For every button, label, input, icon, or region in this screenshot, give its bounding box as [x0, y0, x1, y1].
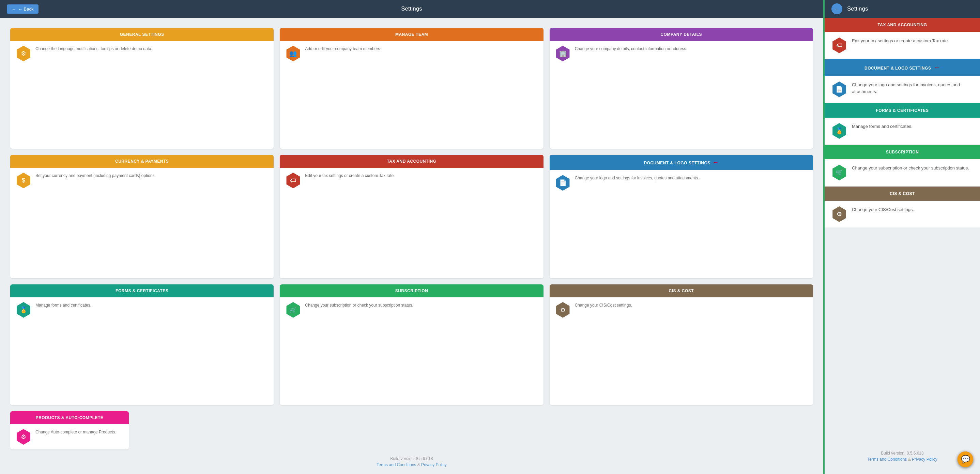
subscription-body: 🛒 Change your subscription or check your… [280, 297, 543, 322]
right-page-title: Settings [847, 5, 868, 12]
right-forms-certificates-icon-wrap: 🏅 [831, 123, 847, 139]
manage-team-icon: 👥 [285, 46, 301, 61]
right-cis-cost-header[interactable]: CIS & COST [825, 187, 980, 201]
general-settings-header[interactable]: GENERAL SETTINGS [10, 28, 274, 41]
currency-payments-card[interactable]: CURRENCY & PAYMENTS $ Set your currency … [10, 155, 274, 278]
right-back-button[interactable]: ← [831, 3, 842, 14]
products-description: Change Auto-complete or manage Products. [35, 429, 116, 435]
right-forms-certificates-icon: 🏅 [831, 123, 847, 139]
products-autocomplete-body: ⚙ Change Auto-complete or manage Product… [10, 424, 129, 450]
currency-payments-header[interactable]: CURRENCY & PAYMENTS [10, 155, 274, 168]
right-forms-certificates-section[interactable]: FORMS & CERTIFICATES 🏅 Manage forms and … [825, 103, 980, 144]
right-subscription-description: Change your subscription or check your s… [852, 165, 969, 172]
right-build-version: Build version: 8.5.6.618 [830, 451, 975, 456]
tax-accounting-card[interactable]: TAX AND ACCOUNTING 🏷 Edit your tax setti… [280, 155, 543, 278]
subscription-icon: 🛒 [285, 302, 301, 318]
right-cis-cost-icon-wrap: ⚙ [831, 206, 847, 222]
right-top-bar: ← Settings [825, 0, 980, 18]
cis-cost-card[interactable]: CIS & COST ⚙ Change your CIS/Cost settin… [550, 284, 813, 405]
right-tax-accounting-icon: 🏷 [831, 38, 847, 53]
manage-team-body: 👥 Add or edit your company team members [280, 41, 543, 66]
cis-cost-body: ⚙ Change your CIS/Cost settings. [550, 297, 813, 322]
forms-certificates-description: Manage forms and certificates. [35, 302, 91, 308]
manage-team-description: Add or edit your company team members [305, 46, 380, 52]
build-version: Build version: 8.5.6.618 [10, 456, 813, 461]
currency-payments-body: $ Set your currency and payment (includi… [10, 168, 274, 193]
right-footer: Build version: 8.5.6.618 Terms and Condi… [825, 445, 980, 467]
terms-link[interactable]: Terms and Conditions [377, 463, 416, 467]
manage-team-card[interactable]: MANAGE TEAM 👥 Add or edit your company t… [280, 28, 543, 149]
forms-certificates-body: 🏅 Manage forms and certificates. [10, 297, 274, 322]
right-terms-link[interactable]: Terms and Conditions [867, 457, 907, 462]
right-document-logo-body: 📄 Change your logo and settings for invo… [825, 76, 980, 103]
document-logo-icon-wrap: 📄 [555, 175, 571, 191]
forms-certificates-icon: 🏅 [16, 302, 31, 318]
right-forms-certificates-description: Manage forms and certificates. [852, 123, 913, 130]
right-tax-accounting-header[interactable]: TAX AND ACCOUNTING [825, 18, 980, 32]
right-cis-cost-description: Change your CIS/Cost settings. [852, 206, 914, 213]
tax-accounting-description: Edit your tax settings or create a custo… [305, 172, 395, 179]
general-settings-icon: ⚙ [16, 46, 31, 61]
products-icon-wrap: ⚙ [16, 429, 31, 445]
right-sections: TAX AND ACCOUNTING 🏷 Edit your tax setti… [825, 18, 980, 445]
chat-bubble[interactable]: 💬 [958, 452, 973, 467]
right-subscription-icon-wrap: 🛒 [831, 165, 847, 180]
cis-cost-header[interactable]: CIS & COST [550, 284, 813, 297]
top-bar: ← ← Back Settings [0, 0, 823, 18]
right-subscription-section[interactable]: SUBSCRIPTION 🛒 Change your subscription … [825, 145, 980, 186]
document-logo-body: 📄 Change your logo and settings for invo… [550, 170, 813, 195]
manage-team-header[interactable]: MANAGE TEAM [280, 28, 543, 41]
footer-amp: & [417, 463, 421, 467]
general-settings-icon-wrap: ⚙ [16, 46, 31, 61]
page-title: Settings [401, 5, 422, 12]
products-autocomplete-header[interactable]: PRODUCTS & AUTO-COMPLETE [10, 411, 129, 424]
right-document-logo-description: Change your logo and settings for invoic… [852, 81, 973, 95]
left-panel: GENERAL SETTINGS ⚙ Change the language, … [0, 18, 823, 474]
right-footer-wrap: Build version: 8.5.6.618 Terms and Condi… [825, 445, 980, 474]
right-forms-certificates-header[interactable]: FORMS & CERTIFICATES [825, 103, 980, 118]
subscription-header[interactable]: SUBSCRIPTION [280, 284, 543, 297]
right-subscription-header[interactable]: SUBSCRIPTION [825, 145, 980, 159]
right-subscription-body: 🛒 Change your subscription or check your… [825, 159, 980, 186]
cis-cost-description: Change your CIS/Cost settings. [575, 302, 632, 308]
forms-certificates-card[interactable]: FORMS & CERTIFICATES 🏅 Manage forms and … [10, 284, 274, 405]
products-autocomplete-card[interactable]: PRODUCTS & AUTO-COMPLETE ⚙ Change Auto-c… [10, 411, 129, 450]
tax-accounting-header[interactable]: TAX AND ACCOUNTING [280, 155, 543, 168]
right-tax-accounting-description: Edit your tax settings or create a custo… [852, 38, 949, 44]
cis-cost-icon: ⚙ [555, 302, 571, 318]
right-tax-accounting-icon-wrap: 🏷 [831, 38, 847, 53]
right-privacy-link[interactable]: Privacy Policy [912, 457, 937, 462]
document-logo-icon: 📄 [555, 175, 571, 191]
back-button[interactable]: ← ← Back [7, 5, 38, 14]
right-forms-certificates-body: 🏅 Manage forms and certificates. [825, 118, 980, 144]
manage-team-icon-wrap: 👥 [285, 46, 301, 61]
left-footer: Build version: 8.5.6.618 Terms and Condi… [10, 450, 813, 467]
forms-certificates-icon-wrap: 🏅 [16, 302, 31, 318]
subscription-icon-wrap: 🛒 [285, 302, 301, 318]
general-settings-description: Change the language, notifications, tool… [35, 46, 152, 52]
right-cis-cost-section[interactable]: CIS & COST ⚙ Change your CIS/Cost settin… [825, 187, 980, 227]
company-details-icon: 🏢 [555, 46, 571, 61]
document-logo-card[interactable]: DOCUMENT & LOGO SETTINGS← 📄 Change your … [550, 155, 813, 278]
general-settings-card[interactable]: GENERAL SETTINGS ⚙ Change the language, … [10, 28, 274, 149]
right-document-logo-icon-wrap: 📄 [831, 81, 847, 97]
right-tax-accounting-body: 🏷 Edit your tax settings or create a cus… [825, 32, 980, 59]
right-panel: ← Settings TAX AND ACCOUNTING 🏷 Edit you… [823, 0, 980, 474]
company-details-card[interactable]: COMPANY DETAILS 🏢 Change your company de… [550, 28, 813, 149]
privacy-link[interactable]: Privacy Policy [421, 463, 447, 467]
document-logo-header[interactable]: DOCUMENT & LOGO SETTINGS← [550, 155, 813, 170]
subscription-card[interactable]: SUBSCRIPTION 🛒 Change your subscription … [280, 284, 543, 405]
right-document-logo-header[interactable]: DOCUMENT & LOGO SETTINGS← [825, 59, 980, 76]
currency-payments-description: Set your currency and payment (including… [35, 172, 156, 179]
right-document-logo-section[interactable]: DOCUMENT & LOGO SETTINGS← 📄 Change your … [825, 59, 980, 103]
company-details-description: Change your company details, contact inf… [575, 46, 687, 52]
back-label: ← Back [18, 6, 34, 11]
company-details-header[interactable]: COMPANY DETAILS [550, 28, 813, 41]
company-details-icon-wrap: 🏢 [555, 46, 571, 61]
right-tax-accounting-section[interactable]: TAX AND ACCOUNTING 🏷 Edit your tax setti… [825, 18, 980, 59]
right-footer-amp: & [908, 457, 912, 462]
currency-payments-icon-wrap: $ [16, 172, 31, 188]
company-details-body: 🏢 Change your company details, contact i… [550, 41, 813, 66]
forms-certificates-header[interactable]: FORMS & CERTIFICATES [10, 284, 274, 297]
currency-payments-icon: $ [16, 172, 31, 188]
